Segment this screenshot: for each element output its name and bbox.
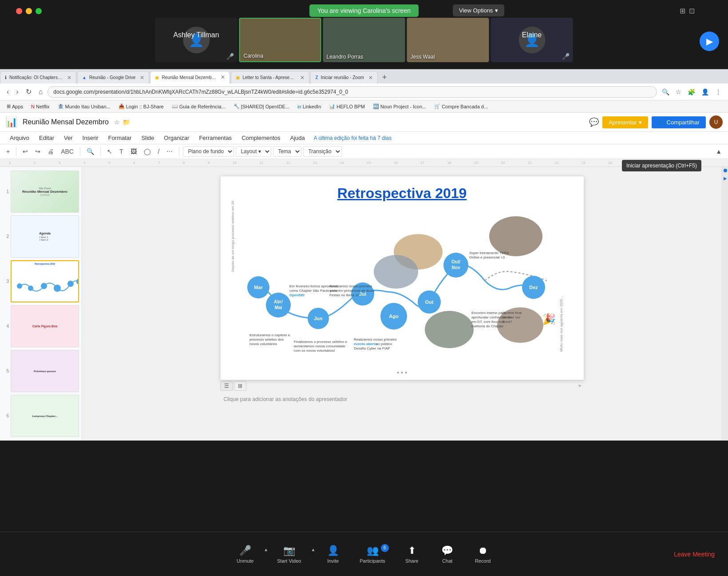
- star-icon[interactable]: ☆: [114, 119, 120, 126]
- invite-button[interactable]: 👤 Invite: [315, 541, 351, 567]
- bookmark-netflix[interactable]: N Netflix: [28, 103, 53, 110]
- bookmark-noun[interactable]: 🔤 Noun Project - Icon...: [370, 103, 429, 110]
- browser-tab-zoom[interactable]: Z Iniciar reunião - Zoom ✕: [310, 71, 377, 83]
- maximize-window-btn[interactable]: [36, 8, 42, 14]
- participant-tile-leandro[interactable]: Leandro Porras: [323, 18, 405, 62]
- video-expand-icon[interactable]: ▲: [311, 547, 315, 552]
- slide-canvas[interactable]: Retrospectiva 2019 Mar: [220, 176, 584, 380]
- address-bar[interactable]: [47, 86, 657, 98]
- bookmark-bjshare[interactable]: 📥 Login :: BJ-Share: [115, 103, 167, 110]
- bookmark-guia[interactable]: 📖 Guia de Referência...: [169, 103, 229, 110]
- right-panel-label[interactable]: ▶: [723, 176, 728, 181]
- menu-complementos[interactable]: Complementos: [237, 133, 285, 143]
- bookmark-openide[interactable]: 🔧 [SHARED] OpenIDE...: [230, 103, 293, 110]
- bookmark-star-icon[interactable]: ☆: [673, 87, 684, 97]
- add-note-btn[interactable]: +: [575, 381, 584, 391]
- participants-button[interactable]: 👥 6 Participants: [351, 541, 394, 567]
- svg-text:Depois de um longo processo se: Depois de um longo processo seletivo em …: [231, 201, 235, 272]
- slide-thumbnail-5[interactable]: Próximos passos: [11, 350, 79, 392]
- minimize-window-btn[interactable]: [26, 8, 32, 14]
- toolbar-cursor-btn[interactable]: ↖: [104, 146, 115, 157]
- participant-tile-elaine[interactable]: 👤 Elaine 🎤: [491, 18, 573, 62]
- mute-button[interactable]: 🎤 Unmute: [227, 541, 263, 567]
- search-icon[interactable]: 🔍: [660, 87, 672, 97]
- menu-ver[interactable]: Ver: [59, 133, 77, 143]
- slide-thumbnail-1[interactable]: São Paulo Reunião Mensal Dezembro 12/201…: [11, 171, 79, 213]
- toolbar-zoom-btn[interactable]: 🔍: [84, 146, 97, 157]
- folder-icon[interactable]: 📁: [123, 119, 130, 126]
- participant-tile-jess[interactable]: Jess Waal: [407, 18, 489, 62]
- next-participant-button[interactable]: ▶: [700, 32, 719, 51]
- close-window-btn[interactable]: [16, 8, 22, 14]
- bookmark-apps[interactable]: ⊞ Apps: [4, 103, 26, 110]
- mute-expand-icon[interactable]: ▲: [264, 547, 268, 552]
- chat-button[interactable]: 💬 Chat: [430, 541, 465, 567]
- toolbar-image-btn[interactable]: 🖼: [128, 146, 139, 157]
- participant-tile-carolina[interactable]: Carolina: [239, 18, 321, 62]
- toolbar-background-select[interactable]: Plano de fundo: [183, 146, 234, 157]
- toolbar-redo-btn[interactable]: ↪: [32, 146, 43, 157]
- collapse-panel-btn[interactable]: ▲: [713, 146, 724, 157]
- browser-tab-slides-active[interactable]: ▣ Reunião Mensal Dezembro - Ap... ✕: [150, 71, 230, 83]
- toolbar-add-btn[interactable]: +: [4, 146, 12, 157]
- tab-close-slides[interactable]: ✕: [219, 74, 225, 80]
- menu-editar[interactable]: Editar: [35, 133, 59, 143]
- browser-tab-notificacao[interactable]: ℹ Notificação: OI Chapters End-of... ✕: [0, 71, 76, 83]
- toolbar-transition-select[interactable]: Transição: [303, 146, 342, 157]
- slide-notes[interactable]: Clique para adicionar as anotações do ap…: [220, 394, 584, 404]
- speaker-view-icon[interactable]: ⊡: [689, 7, 695, 15]
- leave-meeting-button[interactable]: Leave Meeting: [674, 551, 715, 558]
- toolbar-more-btn[interactable]: ⋯: [164, 146, 175, 157]
- record-button[interactable]: ⏺ Record: [465, 541, 501, 567]
- share-screen-button[interactable]: ⬆ Share: [394, 541, 430, 567]
- participant-tile-ashley[interactable]: 👤 Ashley Tillman 🎤: [155, 18, 237, 62]
- toolbar-line-btn[interactable]: /: [155, 146, 162, 157]
- menu-icon[interactable]: ⋮: [713, 87, 724, 97]
- bookmark-itau[interactable]: 🏦 Mundo Itau Uniban...: [55, 103, 114, 110]
- browser-tab-letter[interactable]: ▣ Letter to Santa - Apresentações... ✕: [231, 71, 309, 83]
- toolbar-theme-select[interactable]: Tema: [273, 146, 301, 157]
- home-button[interactable]: ⌂: [36, 86, 45, 98]
- grid-view-icon[interactable]: ⊞: [680, 7, 685, 15]
- share-button[interactable]: 👤 Compartilhar: [652, 116, 706, 128]
- bookmark-heflo[interactable]: 📊 HEFLO BPM: [326, 103, 368, 110]
- list-view-btn[interactable]: ☰: [220, 381, 233, 391]
- present-button[interactable]: Apresentar ▾: [602, 116, 648, 128]
- slide-thumbnail-3[interactable]: Retrospectiva 2019: [11, 260, 79, 302]
- bookmark-linkedin[interactable]: in LinkedIn: [294, 103, 324, 110]
- new-tab-button[interactable]: +: [379, 73, 391, 82]
- toolbar-spellcheck-btn[interactable]: ABC: [58, 146, 76, 157]
- menu-arquivo[interactable]: Arquivo: [5, 133, 34, 143]
- profile-icon[interactable]: 👤: [699, 87, 711, 97]
- start-video-button[interactable]: 📷 Start Video: [268, 541, 310, 567]
- toolbar-layout-select[interactable]: Layout ▾: [236, 146, 271, 157]
- menu-formatar[interactable]: Formatar: [104, 133, 136, 143]
- tab-close-notificacao[interactable]: ✕: [65, 75, 71, 81]
- tab-close-letter[interactable]: ✕: [298, 75, 305, 81]
- toolbar-undo-btn[interactable]: ↩: [20, 146, 31, 157]
- bookmark-compre[interactable]: 🛒 Compre Bancada d...: [431, 103, 491, 110]
- view-options-button[interactable]: View Options ▾: [453, 4, 504, 16]
- slide-thumbnail-6[interactable]: Lempresa Chapter...: [11, 395, 79, 437]
- forward-button[interactable]: ›: [14, 86, 20, 98]
- grid-view-btn[interactable]: ⊞: [234, 381, 246, 391]
- tab-close-zoom[interactable]: ✕: [367, 75, 373, 81]
- extension-icon[interactable]: 🧩: [685, 87, 697, 97]
- toolbar-print-btn[interactable]: 🖨: [45, 146, 56, 157]
- toolbar-shape-btn[interactable]: ◯: [141, 146, 154, 157]
- back-button[interactable]: ‹: [4, 86, 11, 98]
- comment-icon[interactable]: 💬: [589, 117, 599, 127]
- tab-close-drive[interactable]: ✕: [138, 75, 144, 81]
- menu-ferramentas[interactable]: Ferramentas: [194, 133, 236, 143]
- menu-slide[interactable]: Slide: [137, 133, 158, 143]
- slide-thumbnail-4[interactable]: Carta Figura Boa: [11, 305, 79, 347]
- menu-ajuda[interactable]: Ajuda: [286, 133, 309, 143]
- reload-button[interactable]: ↻: [24, 86, 34, 98]
- slide-thumbnail-2[interactable]: Agenda • Item 1 • Item 2: [11, 215, 79, 258]
- menu-organizar[interactable]: Organizar: [159, 133, 194, 143]
- slides-title: Reunião Mensal Dezembro: [23, 118, 109, 126]
- browser-tab-drive[interactable]: ▲ Reunião - Google Drive ✕: [77, 71, 149, 83]
- toolbar-text-btn[interactable]: T: [117, 146, 126, 157]
- menu-inserir[interactable]: Inserir: [78, 133, 103, 143]
- participant-name-jess: Jess Waal: [411, 54, 435, 60]
